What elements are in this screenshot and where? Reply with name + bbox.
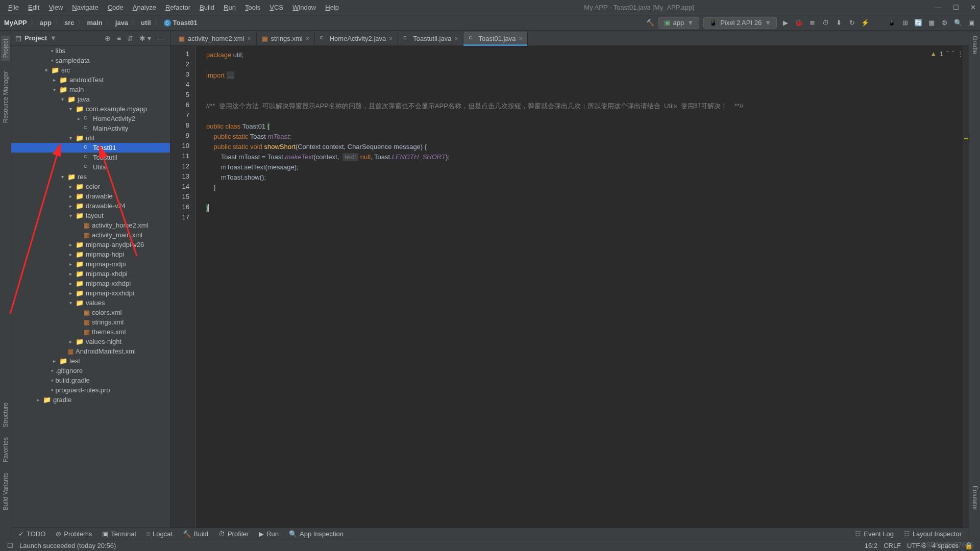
tree-node[interactable]: ▦themes.xml — [11, 327, 170, 337]
tree-node[interactable]: ▪proguard-rules.pro — [11, 385, 170, 395]
device-selector[interactable]: 📱Pixel 2 API 26▼ — [703, 17, 777, 29]
tree-node[interactable]: ▸CHomeActivity2 — [11, 114, 170, 123]
tree-node[interactable]: ▾📁main — [11, 85, 170, 94]
close-tab-icon[interactable]: × — [519, 35, 522, 42]
tree-node[interactable]: ▸📁test — [11, 356, 170, 366]
tree-node[interactable]: CMainActivity — [11, 123, 170, 133]
tree-node[interactable]: ▾📁src — [11, 65, 170, 75]
maximize-icon[interactable]: ☐ — [953, 4, 959, 11]
tool-profiler[interactable]: ⏱Profiler — [214, 529, 253, 539]
tree-node[interactable]: CUtils — [11, 162, 170, 172]
tool-layout inspector[interactable]: ☷Layout Inspector — [900, 529, 966, 539]
close-tab-icon[interactable]: × — [306, 35, 309, 42]
code-editor[interactable]: package util; import ... //** 使用这个方法 可以解… — [196, 46, 969, 536]
menu-analyze[interactable]: Analyze — [129, 2, 160, 13]
editor-tab[interactable]: ▦activity_home2.xml× — [174, 32, 257, 45]
coverage-icon[interactable]: ≣ — [807, 19, 817, 27]
tree-node[interactable]: ▸📁mipmap-hdpi — [11, 249, 170, 259]
tree-node[interactable]: ▪.gitignore — [11, 366, 170, 375]
tool-resource-manager[interactable]: Resource Manager — [2, 71, 9, 123]
editor-tab[interactable]: ▦strings.xml× — [257, 32, 315, 45]
status-caret-pos[interactable]: 16:2 — [862, 542, 880, 549]
tool-gradle[interactable]: Gradle — [971, 36, 978, 54]
menu-code[interactable]: Code — [104, 2, 128, 13]
tool-build[interactable]: 🔨Build — [179, 529, 212, 539]
hide-icon[interactable]: — — [156, 34, 166, 42]
run-icon[interactable]: ▶ — [781, 19, 790, 27]
status-line-ending[interactable]: CRLF — [880, 542, 904, 549]
menu-tools[interactable]: Tools — [241, 2, 264, 13]
tree-node[interactable]: ▸📁mipmap-xhdpi — [11, 269, 170, 279]
minimize-icon[interactable]: — — [935, 4, 942, 11]
tree-node[interactable]: ▦colors.xml — [11, 308, 170, 317]
profile-icon[interactable]: ⏱ — [821, 19, 830, 27]
run-config-selector[interactable]: ▣app▼ — [658, 17, 700, 29]
tool-structure[interactable]: Structure — [2, 403, 9, 428]
line-gutter[interactable]: 1234567891011121314151617 — [170, 46, 196, 536]
layout-icon[interactable]: ▦ — [927, 19, 936, 27]
close-icon[interactable]: ✕ — [970, 4, 976, 11]
tree-node[interactable]: ▸📁mipmap-mdpi — [11, 259, 170, 269]
tool-event log[interactable]: ☷Event Log — [851, 529, 898, 539]
tree-node[interactable]: CToast01 — [11, 143, 170, 153]
menu-view[interactable]: View — [44, 2, 67, 13]
locate-icon[interactable]: ⊕ — [103, 34, 112, 42]
editor-tab[interactable]: CToast01.java× — [463, 32, 528, 45]
tree-node[interactable]: ▾📁layout — [11, 211, 170, 220]
menu-vcs[interactable]: VCS — [265, 2, 287, 13]
tree-node[interactable]: ▸📁drawable-v24 — [11, 201, 170, 211]
tool-terminal[interactable]: ▣Terminal — [98, 529, 140, 539]
project-tree[interactable]: ▪libs▪sampledata▾📁src▸📁androidTest▾📁main… — [11, 46, 170, 536]
tool-app inspection[interactable]: 🔍App Inspection — [285, 529, 348, 539]
options-icon[interactable]: ✱ ▾ — [138, 34, 153, 42]
breadcrumb-item[interactable]: app — [40, 19, 52, 27]
tree-node[interactable]: ▦AndroidManifest.xml — [11, 346, 170, 356]
tree-node[interactable]: ▸📁mipmap-xxxhdpi — [11, 288, 170, 298]
debug-icon[interactable]: 🐞 — [794, 19, 803, 27]
search-icon[interactable]: 🔍 — [953, 19, 963, 27]
breadcrumb-item[interactable]: CToast01 — [164, 19, 198, 27]
tree-node[interactable]: CToastutil — [11, 153, 170, 162]
tool-emulator[interactable]: Emulator — [971, 486, 978, 510]
tool-logcat[interactable]: ≡Logcat — [142, 529, 177, 539]
sync-icon[interactable]: 🔄 — [914, 19, 923, 27]
breadcrumb-item[interactable]: util — [141, 19, 151, 27]
tree-node[interactable]: ▦activity_main.xml — [11, 230, 170, 240]
apply-icon[interactable]: ↻ — [847, 19, 856, 27]
tree-node[interactable]: ▸📁mipmap-xxhdpi — [11, 279, 170, 288]
settings-icon[interactable]: ▣ — [967, 19, 976, 27]
breadcrumb-item[interactable]: java — [115, 19, 128, 27]
tool-project[interactable]: Project — [1, 36, 10, 61]
tree-node[interactable]: ▪build.gradle — [11, 375, 170, 385]
close-tab-icon[interactable]: × — [454, 35, 458, 42]
menu-build[interactable]: Build — [195, 2, 218, 13]
tree-node[interactable]: ▸📁color — [11, 182, 170, 191]
tool-build-variants[interactable]: Build Variants — [2, 473, 9, 510]
editor-tab[interactable]: CToastutil.java× — [398, 32, 463, 45]
error-stripe[interactable] — [963, 46, 969, 536]
tree-node[interactable]: ▦activity_home2.xml — [11, 220, 170, 230]
avd-icon[interactable]: 📱 — [887, 19, 896, 27]
tree-node[interactable]: ▦strings.xml — [11, 317, 170, 327]
tree-node[interactable]: ▸📁values-night — [11, 337, 170, 346]
assistant-icon[interactable]: ⚙ — [940, 19, 949, 27]
breadcrumb-item[interactable]: MyAPP — [4, 19, 27, 27]
breadcrumb-item[interactable]: src — [64, 19, 75, 27]
build-icon[interactable]: 🔨 — [646, 19, 654, 27]
tree-node[interactable]: ▾📁java — [11, 94, 170, 104]
breadcrumb-item[interactable]: main — [87, 19, 102, 27]
editor-tab[interactable]: CHomeActivity2.java× — [315, 32, 399, 45]
menu-window[interactable]: Window — [288, 2, 320, 13]
menu-help[interactable]: Help — [321, 2, 343, 13]
tree-node[interactable]: ▪sampledata — [11, 56, 170, 65]
sdk-icon[interactable]: ⊞ — [900, 19, 910, 27]
close-tab-icon[interactable]: × — [248, 35, 251, 42]
menu-navigate[interactable]: Navigate — [68, 2, 102, 13]
menu-refactor[interactable]: Refactor — [161, 2, 194, 13]
tree-node[interactable]: ▾📁res — [11, 172, 170, 182]
tree-node[interactable]: ▾📁values — [11, 298, 170, 308]
menu-file[interactable]: File — [4, 2, 23, 13]
tree-node[interactable]: ▪libs — [11, 46, 170, 56]
tree-node[interactable]: ▸📁mipmap-anydpi-v26 — [11, 240, 170, 249]
attach-icon[interactable]: ⬇ — [834, 19, 843, 27]
